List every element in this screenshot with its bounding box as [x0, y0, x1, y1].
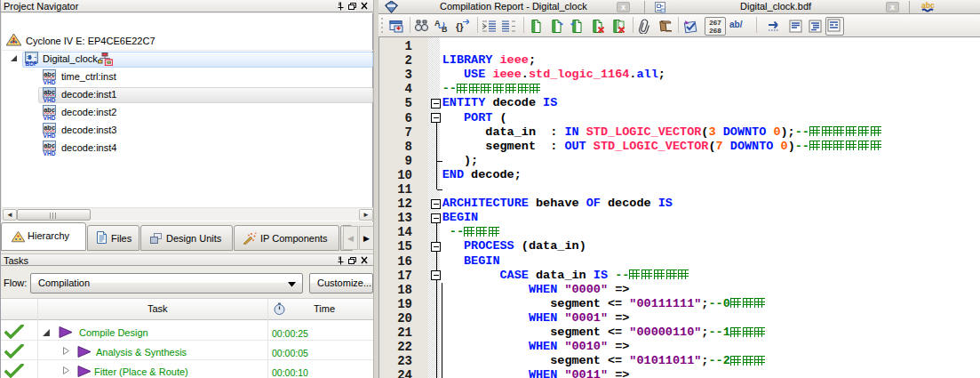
- svg-text:VHD: VHD: [44, 115, 56, 120]
- svg-text:VHD: VHD: [44, 133, 56, 138]
- svg-text:VHD: VHD: [44, 79, 56, 84]
- svg-text:BDF: BDF: [26, 60, 37, 66]
- svg-text:VHD: VHD: [44, 97, 56, 102]
- svg-text:VHD: VHD: [44, 150, 56, 156]
